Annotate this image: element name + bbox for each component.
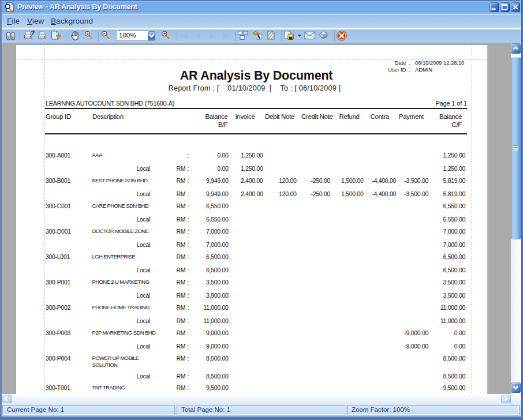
svg-text:?: ? [31, 30, 35, 36]
